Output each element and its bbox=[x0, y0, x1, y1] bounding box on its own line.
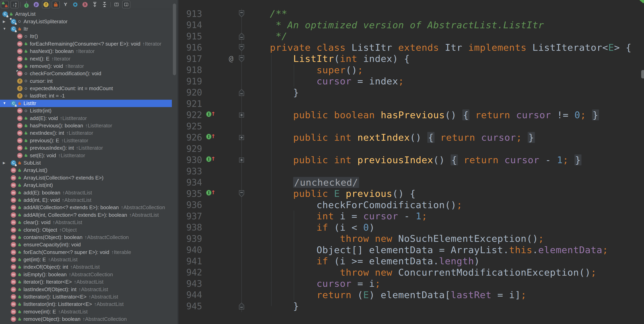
line-number[interactable]: 916 bbox=[179, 42, 202, 52]
gutter[interactable] bbox=[202, 199, 236, 211]
code-text[interactable]: } bbox=[246, 301, 299, 312]
structure-item[interactable]: mnext(): E↑Iterator bbox=[0, 55, 172, 62]
line-number[interactable]: 943 bbox=[179, 279, 202, 289]
gutter[interactable] bbox=[202, 301, 236, 312]
code-text[interactable]: public int nextIndex() { return cursor; … bbox=[246, 132, 535, 143]
gutter[interactable] bbox=[202, 166, 236, 177]
line-number[interactable]: 913 bbox=[179, 9, 202, 19]
autoscroll-to-source-button[interactable]: ↓ bbox=[122, 1, 130, 8]
gutter[interactable] bbox=[202, 267, 236, 278]
structure-item[interactable]: mlistIterator(): ListIterator<E>↑Abstrac… bbox=[0, 293, 172, 301]
structure-item[interactable]: mlastIndexOf(Object): int↑AbstractList bbox=[0, 286, 172, 293]
gutter[interactable] bbox=[202, 8, 236, 19]
gutter[interactable] bbox=[202, 256, 236, 267]
fold-end-icon[interactable] bbox=[236, 87, 246, 98]
structure-item[interactable]: flastRet: int = -1 bbox=[0, 92, 172, 99]
structure-item[interactable]: mArrayList() bbox=[0, 167, 172, 174]
line-number[interactable]: 921 bbox=[179, 99, 202, 109]
fold-plus-icon[interactable] bbox=[236, 154, 246, 166]
structure-item[interactable]: ▶CSubList bbox=[0, 159, 172, 167]
code-text[interactable]: if (i >= elementData.length) bbox=[246, 256, 480, 267]
gutter[interactable] bbox=[202, 87, 236, 98]
structure-item[interactable]: mItr() bbox=[0, 33, 172, 40]
code-text[interactable]: public boolean hasPrevious() { return cu… bbox=[246, 109, 599, 121]
expand-all-button[interactable] bbox=[91, 1, 99, 8]
structure-item[interactable]: mListItr(int) bbox=[0, 107, 172, 114]
gutter[interactable] bbox=[202, 278, 236, 289]
gutter[interactable]: I↑ bbox=[202, 109, 236, 121]
gutter[interactable] bbox=[202, 121, 236, 132]
editor-scrollbar-thumb[interactable] bbox=[641, 70, 644, 78]
show-anonymous-classes-button[interactable] bbox=[71, 1, 79, 8]
collapse-all-button[interactable] bbox=[100, 1, 108, 8]
fold-end-icon[interactable] bbox=[236, 301, 246, 312]
line-number[interactable]: 919 bbox=[179, 76, 202, 86]
line-number[interactable]: 915 bbox=[179, 31, 202, 41]
gutter[interactable] bbox=[202, 289, 236, 301]
structure-item[interactable]: miterator(): Iterator<E>↑AbstractList bbox=[0, 278, 172, 286]
line-number[interactable]: 942 bbox=[179, 267, 202, 278]
code-text[interactable]: */ bbox=[246, 31, 287, 42]
structure-item[interactable]: CArrayList bbox=[0, 10, 172, 18]
autoscroll-from-source-button[interactable]: ↑ bbox=[112, 1, 120, 8]
structure-item[interactable]: mset(E): void↑ListIterator bbox=[0, 152, 172, 159]
show-properties-button[interactable]: p bbox=[32, 1, 40, 8]
structure-item[interactable]: mcontains(Object): boolean↑AbstractColle… bbox=[0, 234, 172, 241]
structure-item[interactable]: mArrayList(int) bbox=[0, 182, 172, 189]
line-number[interactable]: 926 bbox=[179, 132, 202, 142]
show-non-public-button[interactable] bbox=[52, 1, 60, 8]
gutter[interactable]: I↑ bbox=[202, 188, 236, 199]
show-inherited-button[interactable]: ↑I bbox=[22, 1, 30, 8]
line-number[interactable]: 930 bbox=[179, 155, 202, 165]
structure-item[interactable]: mhasPrevious(): boolean↑ListIterator bbox=[0, 122, 172, 129]
structure-item[interactable]: mclear(): void↑AbstractList bbox=[0, 219, 172, 226]
gutter[interactable]: I↑ bbox=[202, 132, 236, 143]
gutter[interactable] bbox=[202, 211, 236, 222]
structure-item[interactable]: mpreviousIndex(): int↑ListIterator bbox=[0, 144, 172, 152]
show-lambdas-button[interactable]: λ bbox=[81, 1, 89, 8]
structure-item[interactable]: mensureCapacity(int): void bbox=[0, 241, 172, 248]
code-text[interactable]: if (i < 0) bbox=[246, 222, 375, 233]
structure-item[interactable]: mprevious(): E↑ListIterator bbox=[0, 137, 172, 144]
code-text[interactable]: /unchecked/ bbox=[246, 177, 359, 188]
code-text[interactable]: /** bbox=[246, 8, 287, 19]
line-number[interactable]: 941 bbox=[179, 256, 202, 266]
structure-item[interactable]: mforEach(Consumer<? super E>): void↑Iter… bbox=[0, 249, 172, 256]
line-number[interactable]: 936 bbox=[179, 200, 202, 210]
gutter[interactable]: @ bbox=[202, 53, 236, 64]
code-text[interactable]: Object[] elementData = ArrayList.this.el… bbox=[246, 244, 608, 256]
line-number[interactable]: 917 bbox=[179, 54, 202, 64]
structure-item[interactable]: mnextIndex(): int↑ListIterator bbox=[0, 129, 172, 137]
inspection-ok-icon[interactable] bbox=[640, 0, 644, 3]
code-text[interactable]: * An optimized version of AbstractList.L… bbox=[246, 19, 544, 31]
code-text[interactable]: public E previous() { bbox=[246, 188, 416, 199]
structure-item[interactable]: mget(int): E↑AbstractList bbox=[0, 256, 172, 263]
gutter[interactable] bbox=[202, 233, 236, 244]
code-text[interactable]: super(); bbox=[246, 64, 363, 76]
gutter[interactable] bbox=[202, 98, 236, 109]
group-methods-button[interactable]: Y bbox=[62, 1, 70, 8]
gutter[interactable] bbox=[202, 31, 236, 42]
structure-item[interactable]: maddAll(int, Collection<? extends E>): b… bbox=[0, 211, 172, 219]
structure-item[interactable]: misEmpty(): boolean↑AbstractCollection bbox=[0, 271, 172, 278]
structure-item[interactable]: mremove(Object): boolean↑AbstractCollect… bbox=[0, 316, 172, 323]
collapsed-arrow-icon[interactable]: ▶ bbox=[2, 161, 11, 165]
structure-item[interactable]: fcursor: int bbox=[0, 77, 172, 85]
expanded-arrow-icon[interactable]: ▼ bbox=[2, 101, 11, 105]
sort-by-visibility-button[interactable] bbox=[1, 1, 9, 8]
structure-item[interactable]: maddAll(Collection<? extends E>): boolea… bbox=[0, 204, 172, 211]
code-text[interactable]: private class ListItr extends Itr implem… bbox=[246, 42, 632, 53]
structure-item[interactable]: mindexOf(Object): int↑AbstractList bbox=[0, 263, 172, 271]
structure-item[interactable]: madd(E): boolean↑AbstractList bbox=[0, 189, 172, 196]
structure-item[interactable]: mforEachRemaining(Consumer<? super E>): … bbox=[0, 40, 172, 47]
gutter[interactable] bbox=[202, 64, 236, 76]
structure-item[interactable]: mremove(): void↑Iterator bbox=[0, 62, 172, 70]
gutter[interactable] bbox=[202, 76, 236, 87]
sort-alphabetically-button[interactable]: ↓az bbox=[10, 1, 18, 8]
line-number[interactable]: 925 bbox=[179, 121, 202, 131]
structure-item[interactable]: madd(E): void↑ListIterator bbox=[0, 114, 172, 122]
line-number[interactable]: 940 bbox=[179, 245, 202, 255]
fold-plus-icon[interactable] bbox=[236, 132, 246, 143]
gutter[interactable] bbox=[202, 42, 236, 53]
line-number[interactable]: 944 bbox=[179, 290, 202, 300]
